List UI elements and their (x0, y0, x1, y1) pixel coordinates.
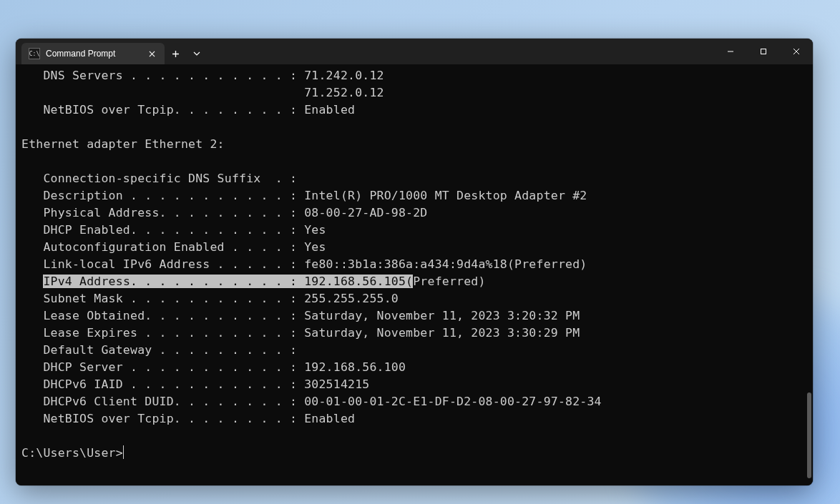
terminal-line (21, 119, 807, 136)
terminal-line: NetBIOS over Tcpip. . . . . . . . : Enab… (21, 102, 807, 119)
window-close-button[interactable] (780, 39, 813, 64)
line-suffix: Preferred) (413, 275, 485, 288)
prompt-text: C:\Users\User> (21, 446, 123, 460)
terminal-line: NetBIOS over Tcpip. . . . . . . . : Enab… (21, 410, 807, 428)
window-titlebar[interactable]: C:\ Command Prompt (16, 39, 813, 64)
terminal-line: Lease Obtained. . . . . . . . . . : Satu… (21, 307, 807, 325)
tab-close-button[interactable] (146, 48, 157, 59)
chevron-down-icon (193, 51, 200, 56)
tab-title: Command Prompt (46, 49, 140, 59)
terminal-window: C:\ Command Prompt DNS Servers . . . . .… (16, 39, 813, 485)
maximize-button[interactable] (747, 39, 780, 64)
terminal-line: Connection-specific DNS Suffix . : (21, 170, 807, 187)
close-icon (793, 48, 800, 55)
terminal-line: Description . . . . . . . . . . . : Inte… (21, 187, 807, 204)
terminal-content[interactable]: DNS Servers . . . . . . . . . . . : 71.2… (16, 64, 813, 485)
terminal-line (21, 153, 807, 170)
maximize-icon (760, 48, 767, 55)
adapter-header: Ethernet adapter Ethernet 2: (21, 136, 807, 153)
scrollbar-vertical[interactable] (806, 64, 813, 485)
prompt-line[interactable]: C:\Users\User> (21, 445, 807, 462)
terminal-line: Autoconfiguration Enabled . . . . : Yes (21, 239, 807, 256)
terminal-line: DHCPv6 Client DUID. . . . . . . . : 00-0… (21, 393, 807, 410)
line-indent (21, 275, 43, 288)
tab-dropdown-button[interactable] (186, 43, 207, 64)
tab-active[interactable]: C:\ Command Prompt (21, 43, 165, 64)
selected-text: IPv4 Address. . . . . . . . . . . : 192.… (43, 275, 413, 288)
plus-icon (172, 50, 180, 58)
terminal-line: Subnet Mask . . . . . . . . . . . : 255.… (21, 290, 807, 307)
terminal-line: DHCP Enabled. . . . . . . . . . . : Yes (21, 222, 807, 239)
terminal-line: DHCP Server . . . . . . . . . . . : 192.… (21, 359, 807, 376)
minimize-button[interactable] (714, 39, 747, 64)
terminal-line: DHCPv6 IAID . . . . . . . . . . . : 3025… (21, 376, 807, 393)
svg-rect-0 (761, 49, 766, 54)
terminal-line: Default Gateway . . . . . . . . . : (21, 342, 807, 359)
terminal-line (21, 428, 807, 445)
terminal-line: DNS Servers . . . . . . . . . . . : 71.2… (21, 67, 807, 84)
titlebar-drag-region[interactable] (207, 39, 714, 64)
close-icon (149, 51, 155, 57)
cmd-icon: C:\ (29, 48, 40, 59)
terminal-line: Link-local IPv6 Address . . . . . : fe80… (21, 256, 807, 273)
new-tab-button[interactable] (165, 43, 186, 64)
ipv4-address-line: IPv4 Address. . . . . . . . . . . : 192.… (21, 273, 807, 290)
minimize-icon (727, 48, 734, 55)
scrollbar-thumb[interactable] (807, 392, 811, 478)
terminal-line: Lease Expires . . . . . . . . . . : Satu… (21, 325, 807, 342)
terminal-line: 71.252.0.12 (21, 84, 807, 102)
terminal-line: Physical Address. . . . . . . . . : 08-0… (21, 204, 807, 222)
text-cursor (123, 445, 124, 459)
